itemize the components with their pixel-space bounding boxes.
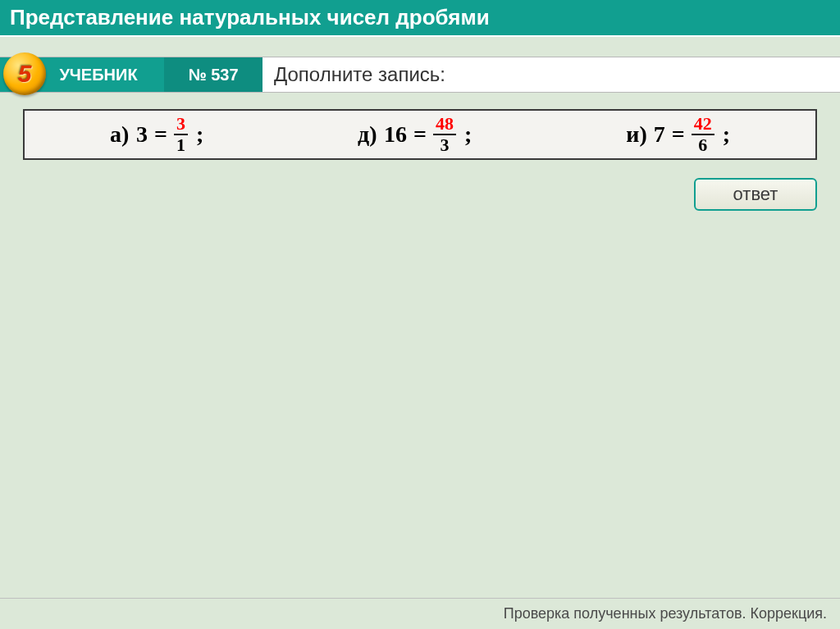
grade-badge-number: 5 [18, 60, 32, 88]
tab-uchebnik-label: УЧЕБНИК [59, 66, 137, 84]
equation-d-whole: 16 [384, 121, 407, 148]
semicolon: ; [723, 121, 730, 148]
equals-sign: = [413, 121, 427, 148]
exercise-prompt-text: Дополните запись: [274, 63, 445, 86]
grade-badge: 5 [3, 52, 46, 95]
exercise-prompt: Дополните запись: [262, 57, 840, 92]
tab-exercise-number-label: № 537 [188, 66, 238, 84]
equation-i-numerator: 42 [692, 115, 714, 134]
equation-a-fraction: 3 1 [174, 115, 188, 154]
equation-i-fraction: 42 6 [692, 115, 714, 154]
answer-button-wrap: ответ [0, 160, 840, 211]
semicolon: ; [464, 121, 472, 148]
equation-a-numerator: 3 [174, 115, 188, 134]
equals-sign: = [154, 121, 167, 148]
footer-text: Проверка полученных результатов. Коррекц… [0, 598, 840, 629]
equation-i-label: и) [626, 121, 646, 148]
page-title: Представление натуральных чисел дробями [0, 0, 840, 37]
answer-button-label: ответ [733, 184, 778, 205]
equation-a-label: а) [110, 121, 130, 148]
equation-d-label: д) [358, 121, 377, 148]
answer-button[interactable]: ответ [694, 178, 817, 211]
equation-d-numerator: 48 [433, 115, 456, 134]
equation-a: а) 3 = 3 1 ; [110, 115, 203, 154]
equation-a-whole: 3 [136, 121, 148, 148]
equation-i-whole: 7 [654, 121, 665, 148]
equation-i: и) 7 = 42 6 ; [626, 115, 730, 154]
tab-exercise-number: № 537 [164, 57, 262, 92]
equation-d-fraction: 48 3 [433, 115, 456, 154]
semicolon: ; [196, 121, 203, 148]
equation-i-denominator: 6 [696, 135, 710, 154]
equation-a-denominator: 1 [174, 135, 188, 154]
equals-sign: = [672, 121, 685, 148]
equations-strip: а) 3 = 3 1 ; д) 16 = 48 3 ; и) 7 = 42 6 … [23, 109, 817, 160]
equation-d: д) 16 = 48 3 ; [358, 115, 472, 154]
equation-d-denominator: 3 [438, 135, 452, 154]
header-row: 5 УЧЕБНИК № 537 Дополните запись: [0, 57, 840, 93]
